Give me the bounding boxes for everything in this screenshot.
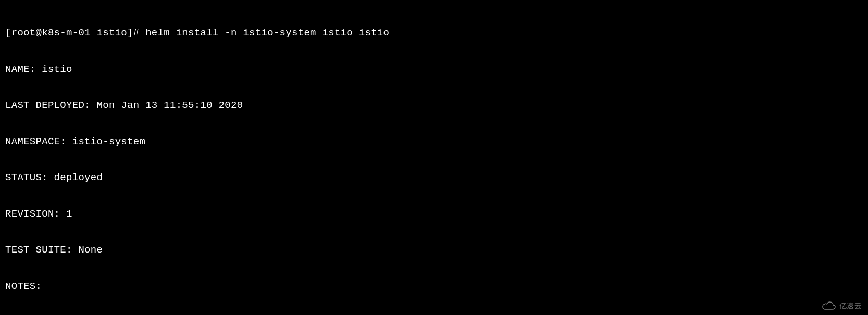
output-line: NOTES:: [5, 281, 863, 293]
output-line: LAST DEPLOYED: Mon Jan 13 11:55:10 2020: [5, 99, 863, 111]
cloud-icon: [822, 301, 836, 311]
output-line: TEST SUITE: None: [5, 244, 863, 256]
output-line: REVISION: 1: [5, 208, 863, 220]
command-line: [root@k8s-m-01 istio]# helm install -n i…: [5, 27, 863, 39]
output-line: NAME: istio: [5, 64, 863, 75]
watermark: 亿速云: [822, 301, 862, 311]
terminal-output[interactable]: [root@k8s-m-01 istio]# helm install -n i…: [5, 3, 863, 315]
command-text: helm install -n istio-system istio istio: [145, 27, 389, 39]
watermark-text: 亿速云: [839, 301, 862, 310]
output-line: NAMESPACE: istio-system: [5, 136, 863, 148]
prompt: [root@k8s-m-01 istio]#: [5, 27, 145, 39]
output-line: STATUS: deployed: [5, 172, 863, 184]
